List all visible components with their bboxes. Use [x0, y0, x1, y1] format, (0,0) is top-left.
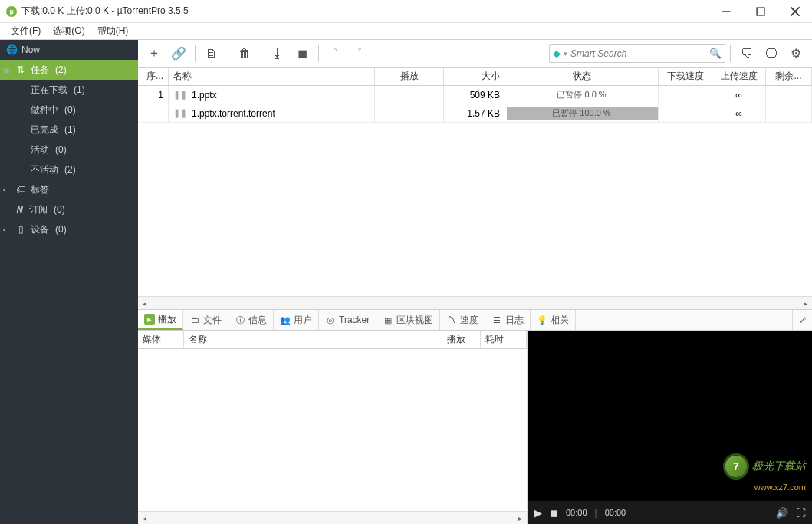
window-title: 下载:0.0 K 上传:0.0 K - µTorrentPro 3.5.5	[21, 5, 708, 18]
settings-button[interactable]: ⚙	[784, 43, 807, 64]
tag-icon: 🏷	[15, 184, 26, 195]
col-uspeed[interactable]: 上传速度	[712, 68, 766, 85]
maximize-button[interactable]	[743, 0, 777, 23]
col-status[interactable]: 状态	[505, 68, 659, 85]
target-icon: ◎	[325, 315, 336, 325]
scroll-right-icon[interactable]: ▸	[799, 299, 812, 308]
sidebar-tasks-count: (2)	[55, 64, 67, 75]
folder-icon: 🗀	[189, 315, 200, 325]
collapse-icon[interactable]: ▣	[3, 66, 11, 74]
sidebar-inactive[interactable]: 不活动 (2)	[0, 160, 138, 180]
search-input[interactable]	[570, 48, 709, 59]
main-panel: ＋ 🔗 🗎 🗑 ⭳ ◼ ˄ ˅ ◆ ▾ 🔍 🗨 🖵 ⚙	[138, 40, 812, 524]
col-size[interactable]: 大小	[444, 68, 505, 85]
table-row[interactable]: 1❚❚1.pptx509 KB已暂停 0.0 %∞	[138, 86, 812, 104]
col-index[interactable]: 序...	[138, 68, 169, 85]
menubar: 文件(F) 选项(O) 帮助(H)	[0, 23, 812, 40]
svg-rect-1	[757, 8, 764, 15]
mcol-dur[interactable]: 耗时	[481, 331, 527, 348]
detail-tabs: ▸播放 🗀文件 ⓘ信息 👥用户 ◎Tracker ▦区块视图 〽速度 ☰日志 💡…	[138, 309, 812, 331]
watermark: 7 极光下载站	[723, 453, 806, 480]
chart-icon: 〽	[446, 315, 457, 325]
sidebar-tasks[interactable]: ▣ ⇅ 任务 (2)	[0, 60, 138, 80]
player-play-button[interactable]: ▶	[534, 507, 542, 519]
tab-related[interactable]: 💡相关	[531, 310, 576, 330]
add-torrent-button[interactable]: ＋	[143, 43, 166, 64]
bulb-icon: 💡	[537, 315, 547, 325]
peers-icon: 👥	[280, 315, 291, 325]
stop-button[interactable]: ◼	[291, 43, 314, 64]
close-button[interactable]	[777, 0, 812, 23]
detail-pane: ▸播放 🗀文件 ⓘ信息 👥用户 ◎Tracker ▦区块视图 〽速度 ☰日志 💡…	[138, 309, 812, 524]
tab-log[interactable]: ☰日志	[485, 310, 531, 330]
tab-play[interactable]: ▸播放	[138, 310, 183, 330]
device-icon: ▯	[15, 224, 26, 235]
sidebar-downloading[interactable]: 正在下载 (1)	[0, 80, 138, 100]
list-icon: ☰	[491, 315, 502, 325]
media-list: 媒体 名称 播放 耗时 ◂▸	[138, 331, 528, 524]
add-url-button[interactable]: 🔗	[167, 43, 190, 64]
col-remain[interactable]: 剩余...	[766, 68, 812, 85]
col-play[interactable]: 播放	[375, 68, 444, 85]
video-screen[interactable]: 7 极光下载站 www.xz7.com	[528, 331, 812, 501]
player-controls: ▶ ◼ 00:00 | 00:00 🔊 ⛶	[528, 501, 812, 524]
move-down-button[interactable]: ˅	[348, 43, 371, 64]
watermark-badge-icon: 7	[723, 453, 749, 480]
chat-button[interactable]: 🗨	[735, 43, 758, 64]
window-controls	[708, 0, 812, 23]
sidebar-tasks-label: 任务	[31, 64, 49, 77]
updown-icon: ⇅	[15, 64, 26, 75]
player-volume-button[interactable]: 🔊	[776, 507, 788, 519]
col-name[interactable]: 名称	[169, 68, 375, 85]
player-stop-button[interactable]: ◼	[550, 507, 558, 519]
scroll-left-icon[interactable]: ◂	[138, 299, 151, 308]
table-body[interactable]: 1❚❚1.pptx509 KB已暂停 0.0 %∞❚❚1.pptx.torren…	[138, 86, 812, 296]
menu-help[interactable]: 帮助(H)	[91, 23, 135, 39]
col-dspeed[interactable]: 下载速度	[659, 68, 712, 85]
table-row[interactable]: ❚❚1.pptx.torrent.torrent1.57 KB已暂停 100.0…	[138, 104, 812, 123]
expand-icon[interactable]: ▪	[3, 186, 11, 194]
grid-icon: ▦	[383, 315, 393, 325]
minimize-button[interactable]	[708, 0, 743, 23]
player-time-total: 00:00	[605, 508, 626, 517]
sidebar-devices[interactable]: ▪ ▯ 设备 (0)	[0, 219, 138, 239]
sidebar-feeds[interactable]: 𝙉 订阅 (0)	[0, 199, 138, 219]
tab-peers[interactable]: 👥用户	[274, 310, 319, 330]
detach-button[interactable]: ⤢	[792, 310, 812, 330]
dropdown-icon[interactable]: ▾	[564, 50, 567, 58]
sidebar-seeding[interactable]: 做种中 (0)	[0, 100, 138, 120]
create-torrent-button[interactable]: 🗎	[200, 43, 223, 64]
move-up-button[interactable]: ˄	[324, 43, 347, 64]
media-body[interactable]	[138, 349, 527, 511]
tab-tracker[interactable]: ◎Tracker	[319, 310, 376, 330]
toolbar: ＋ 🔗 🗎 🗑 ⭳ ◼ ˄ ˅ ◆ ▾ 🔍 🗨 🖵 ⚙	[138, 40, 812, 68]
remote-button[interactable]: 🖵	[760, 43, 783, 64]
menu-file[interactable]: 文件(F)	[5, 23, 47, 39]
player-fullscreen-button[interactable]: ⛶	[796, 507, 806, 519]
titlebar: µ 下载:0.0 K 上传:0.0 K - µTorrentPro 3.5.5	[0, 0, 812, 23]
search-box[interactable]: ◆ ▾ 🔍	[549, 44, 725, 63]
search-icon[interactable]: 🔍	[709, 48, 722, 59]
tab-speed[interactable]: 〽速度	[440, 310, 485, 330]
h-scrollbar[interactable]: ◂ ▸	[138, 296, 812, 309]
mcol-play[interactable]: 播放	[442, 331, 481, 348]
mcol-name[interactable]: 名称	[184, 331, 442, 348]
start-button[interactable]: ⭳	[266, 43, 289, 64]
tab-info[interactable]: ⓘ信息	[228, 310, 274, 330]
menu-options[interactable]: 选项(O)	[47, 23, 90, 39]
shield-icon: ◆	[553, 48, 561, 59]
sidebar-active[interactable]: 活动 (0)	[0, 140, 138, 160]
tab-pieces[interactable]: ▦区块视图	[376, 310, 440, 330]
sidebar: 🌐 Now ▣ ⇅ 任务 (2) 正在下载 (1) 做种中 (0) 已完成 (1…	[0, 40, 138, 524]
sidebar-now-label: Now	[21, 44, 40, 55]
expand-icon[interactable]: ▪	[3, 226, 11, 234]
pause-icon: ❚❚	[173, 108, 187, 118]
play-icon: ▸	[144, 314, 155, 325]
mcol-media[interactable]: 媒体	[138, 331, 184, 348]
tab-files[interactable]: 🗀文件	[183, 310, 228, 330]
sidebar-completed[interactable]: 已完成 (1)	[0, 120, 138, 140]
media-h-scrollbar[interactable]: ◂▸	[138, 511, 527, 524]
remove-button[interactable]: 🗑	[233, 43, 256, 64]
sidebar-now[interactable]: 🌐 Now	[0, 40, 138, 60]
sidebar-labels[interactable]: ▪ 🏷 标签	[0, 180, 138, 199]
